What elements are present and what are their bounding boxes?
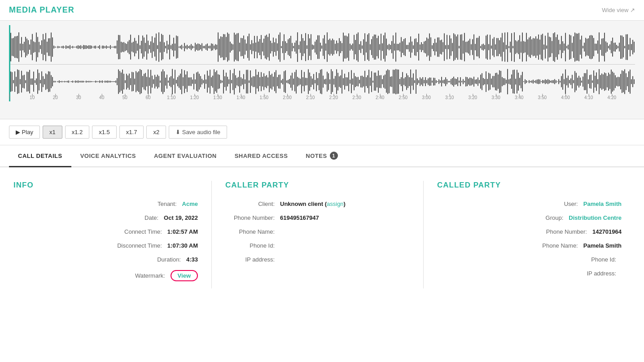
called-user-row: User: Pamela Smith [437,201,622,207]
waveform-container[interactable]: // Will be generated inline [0,21,644,119]
caller-phone-row: Phone Number: 619495167947 [225,214,410,221]
called-phone-row: Phone Number: 142701964 [437,228,622,235]
called-phone-id-label: Phone Id: [562,256,616,263]
info-disconnect-label: Disconnect Time: [108,242,162,249]
called-ip-label: IP address: [562,270,616,277]
watermark-view-button[interactable]: View [171,270,198,281]
assign-link[interactable]: assign [327,201,344,207]
info-connect-label: Connect Time: [108,228,162,235]
called-phone-name-row: Phone Name: Pamela Smith [437,242,622,249]
called-phone-name-value: Pamela Smith [583,242,622,249]
caller-party-panel: CALLER PARTY Client: Unknown client (ass… [212,181,424,288]
called-group-value[interactable]: Distribution Centre [569,214,622,221]
info-tenant-row: Tenant: Acme [13,201,198,207]
info-duration-value: 4:33 [186,256,198,263]
caller-ip-label: IP address: [225,256,275,263]
info-watermark-row: Watermark: View [13,270,198,281]
save-audio-button[interactable]: ⬇ Save audio file [169,126,227,139]
caller-phone-name-row: Phone Name: [225,228,410,235]
info-tenant-label: Tenant: [123,201,177,207]
info-duration-label: Duration: [127,256,181,263]
info-watermark-label: Watermark: [111,272,165,279]
called-group-label: Group: [509,214,563,221]
tab-call-details[interactable]: CALL DETAILS [9,145,71,167]
speed-x17-button[interactable]: x1.7 [119,126,144,139]
info-tenant-value[interactable]: Acme [182,201,198,207]
caller-phone-name-label: Phone Name: [225,228,275,235]
play-button[interactable]: ▶ Play [9,126,40,139]
caller-ip-row: IP address: [225,256,410,263]
app-title: MEDIA PLAYER [9,5,74,15]
info-disconnect-row: Disconnect Time: 1:07:30 AM [13,242,198,249]
info-connect-row: Connect Time: 1:02:57 AM [13,228,198,235]
tabs-bar: CALL DETAILS VOICE ANALYTICS AGENT EVALU… [0,145,644,167]
called-ip-row: IP address: [437,270,622,277]
waveform-timeline [9,105,635,118]
info-duration-row: Duration: 4:33 [13,256,198,263]
speed-x2-button[interactable]: x2 [146,126,166,139]
called-party-title: CALLED PARTY [437,181,622,190]
caller-client-label: Client: [225,201,275,207]
caller-phone-id-label: Phone Id: [225,242,275,249]
called-phone-id-row: Phone Id: [437,256,622,263]
tab-agent-evaluation[interactable]: AGENT EVALUATION [145,145,226,167]
info-panel: INFO Tenant: Acme Date: Oct 19, 2022 Con… [9,181,212,288]
controls-bar: ▶ Play x1 x1.2 x1.5 x1.7 x2 ⬇ Save audio… [0,119,644,145]
info-date-value: Oct 19, 2022 [164,214,198,221]
content-area: INFO Tenant: Acme Date: Oct 19, 2022 Con… [0,167,644,302]
caller-client-row: Client: Unknown client (assign) [225,201,410,207]
called-phone-value: 142701964 [592,228,622,235]
called-group-row: Group: Distribution Centre [437,214,622,221]
info-connect-value: 1:02:57 AM [167,228,198,235]
info-disconnect-value: 1:07:30 AM [167,242,198,249]
caller-phone-label: Phone Number: [225,214,275,221]
called-phone-name-label: Phone Name: [524,242,578,249]
called-party-panel: CALLED PARTY User: Pamela Smith Group: D… [424,181,635,288]
wide-view-link[interactable]: Wide view ↗ [602,7,635,13]
info-panel-title: INFO [13,181,198,190]
speed-x12-button[interactable]: x1.2 [65,126,90,139]
header: MEDIA PLAYER Wide view ↗ [0,0,644,21]
caller-party-title: CALLER PARTY [225,181,410,190]
caller-phone-value: 619495167947 [280,214,319,221]
tab-shared-access[interactable]: SHARED ACCESS [226,145,297,167]
called-user-label: User: [524,201,578,207]
called-phone-label: Phone Number: [533,228,587,235]
speed-x15-button[interactable]: x1.5 [92,126,117,139]
speed-x1-button[interactable]: x1 [43,126,62,139]
called-user-value[interactable]: Pamela Smith [583,201,622,207]
tab-notes[interactable]: NOTES 1 [297,145,346,167]
caller-client-value: Unknown client (assign) [280,201,346,207]
caller-phone-id-row: Phone Id: [225,242,410,249]
tab-voice-analytics[interactable]: VOICE ANALYTICS [71,145,145,167]
info-date-row: Date: Oct 19, 2022 [13,214,198,221]
notes-badge: 1 [330,152,338,160]
waveform-canvas[interactable] [9,25,635,104]
info-date-label: Date: [105,214,158,221]
